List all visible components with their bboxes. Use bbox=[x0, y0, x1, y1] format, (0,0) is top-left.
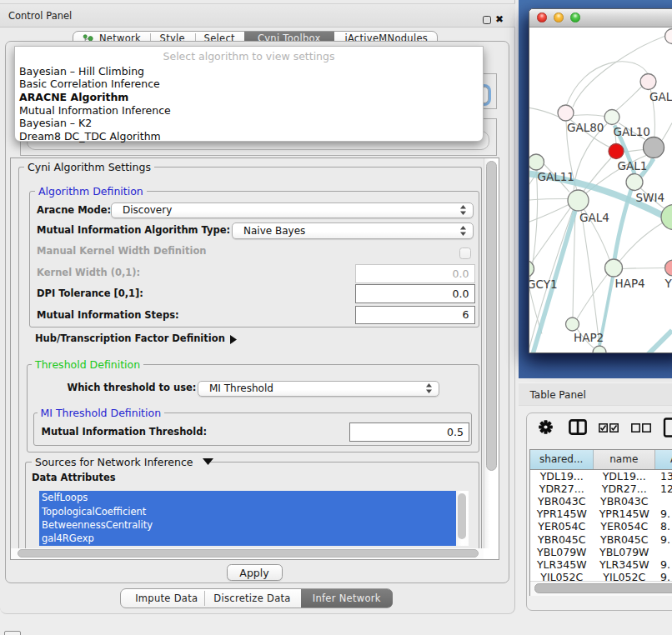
scrollbar-corner bbox=[484, 548, 499, 559]
settings-hscrollbar-thumb[interactable] bbox=[18, 549, 479, 558]
settings-vertical-scrollbar[interactable] bbox=[484, 158, 499, 548]
network-node[interactable] bbox=[626, 173, 643, 190]
dropdown-option[interactable]: Bayesian – Hill Climbing bbox=[19, 65, 144, 78]
minimized-panel-stub[interactable] bbox=[4, 631, 21, 635]
table-row[interactable]: YBL079WYBL079W bbox=[530, 546, 672, 558]
attribute-list-item[interactable]: TopologicalCoefficient bbox=[39, 504, 456, 518]
dropdown-option[interactable]: Bayesian – K2 bbox=[19, 117, 92, 129]
column-header-shared-name[interactable]: shared... bbox=[530, 450, 594, 470]
dropdown-option[interactable]: Mutual Information Inference bbox=[19, 104, 171, 117]
table-horizontal-scrollbar[interactable] bbox=[530, 581, 672, 596]
attribute-list-item[interactable]: SelfLoops bbox=[39, 491, 456, 504]
settings-vscrollbar-thumb[interactable] bbox=[486, 161, 497, 471]
float-window-icon[interactable] bbox=[483, 16, 491, 24]
mi-steps-field[interactable]: 6 bbox=[355, 306, 475, 325]
threshold-definition-title: Threshold Definition bbox=[32, 358, 143, 371]
apply-button[interactable]: Apply bbox=[227, 564, 283, 581]
tab-impute-data[interactable]: Impute Data bbox=[129, 589, 204, 608]
network-node[interactable] bbox=[661, 204, 672, 229]
network-node[interactable] bbox=[593, 346, 606, 352]
attribute-list-item[interactable]: BetweennessCentrality bbox=[39, 518, 456, 532]
network-node[interactable] bbox=[665, 28, 672, 43]
network-node[interactable] bbox=[604, 109, 619, 124]
table-hscrollbar-thumb[interactable] bbox=[534, 583, 672, 593]
sources-title: Sources for Network Inference bbox=[32, 456, 208, 468]
settings-horizontal-scrollbar[interactable] bbox=[11, 548, 486, 559]
network-edge bbox=[622, 268, 664, 268]
dropdown-option[interactable]: Dream8 DC_TDC Algorithm bbox=[19, 130, 161, 142]
which-threshold-combobox[interactable]: MI Threshold bbox=[198, 381, 439, 398]
network-node-label: HAP4 bbox=[615, 277, 645, 290]
aracne-mode-combobox[interactable]: Discovery bbox=[111, 202, 474, 219]
tab-infer-network[interactable]: Infer Network bbox=[301, 589, 394, 608]
kernel-width-label: Kernel Width (0,1): bbox=[37, 267, 140, 278]
column-header-partial[interactable]: A bbox=[655, 450, 672, 470]
data-attributes-list[interactable]: SelfLoopsTopologicalCoefficientBetweenne… bbox=[39, 491, 456, 546]
table-cell: YBR043C bbox=[530, 495, 594, 508]
mi-steps-value: 6 bbox=[463, 308, 469, 321]
checked-boxes-icon[interactable] bbox=[599, 423, 619, 432]
network-node-label: GAL10 bbox=[614, 124, 650, 138]
document-icon[interactable] bbox=[663, 418, 672, 438]
network-node[interactable] bbox=[529, 260, 534, 277]
dpi-tolerance-field[interactable]: 0.0 bbox=[355, 284, 475, 303]
table-cell: YER054C bbox=[594, 520, 656, 532]
gear-icon[interactable] bbox=[539, 420, 553, 434]
control-panel-window: Control Panel ✖ Network Style Select Cyn… bbox=[0, 0, 515, 614]
tab-discretize-data[interactable]: Discretize Data bbox=[204, 589, 301, 608]
network-canvas[interactable]: GAL2GAL80GAL10GAL1GAL11SWI4GAL4GCY1HAP4Y… bbox=[529, 28, 672, 352]
attribute-list-item[interactable]: gal4RGexp bbox=[39, 532, 456, 545]
table-row[interactable]: YBR043CYBR043C bbox=[530, 495, 672, 508]
network-node[interactable] bbox=[665, 260, 672, 276]
table-cell: YPR145W bbox=[530, 508, 594, 520]
network-node[interactable] bbox=[640, 73, 656, 89]
table-cell: 9. bbox=[655, 533, 672, 546]
table-cell: YLR345W bbox=[530, 558, 594, 571]
attributes-list-scrollbar[interactable] bbox=[456, 491, 469, 546]
mi-threshold-definition-title: MI Threshold Definition bbox=[38, 407, 165, 419]
network-node[interactable] bbox=[609, 143, 624, 158]
screen: Control Panel ✖ Network Style Select Cyn… bbox=[0, 0, 672, 635]
network-node[interactable] bbox=[566, 318, 579, 331]
network-node[interactable] bbox=[644, 137, 664, 158]
network-node[interactable] bbox=[558, 105, 574, 121]
table-cell: YPR145W bbox=[594, 508, 656, 520]
table-row[interactable]: YBR045CYBR045C9. bbox=[530, 533, 672, 546]
hub-transcription-label: Hub/Transcription Factor Definition bbox=[35, 332, 225, 344]
table-row[interactable]: YLR345WYLR345W9. bbox=[530, 558, 672, 571]
table-row[interactable]: YDL19...YDL19...13 bbox=[530, 470, 672, 482]
expand-right-icon[interactable] bbox=[229, 335, 237, 344]
which-threshold-label: Which threshold to use: bbox=[68, 382, 197, 393]
network-node[interactable] bbox=[605, 259, 623, 277]
collapse-down-icon[interactable] bbox=[203, 458, 213, 465]
manual-kernel-width-checkbox[interactable] bbox=[459, 248, 471, 259]
mi-algorithm-type-combobox[interactable]: Naive Bayes bbox=[232, 222, 474, 239]
node-table: shared... name A YDL19...YDL19...13YDR27… bbox=[529, 449, 672, 596]
dropdown-option[interactable]: ARACNE Algorithm bbox=[19, 91, 128, 103]
kernel-width-field[interactable]: 0.0 bbox=[355, 264, 475, 283]
network-edge bbox=[577, 273, 608, 318]
mi-threshold-field[interactable]: 0.5 bbox=[349, 422, 469, 442]
network-window-titlebar bbox=[529, 9, 672, 28]
table-cell: 12 bbox=[655, 482, 672, 495]
close-traffic-light-icon[interactable] bbox=[537, 12, 547, 22]
close-icon[interactable]: ✖ bbox=[495, 13, 507, 27]
table-cell bbox=[655, 495, 672, 508]
table-cell: YBR045C bbox=[594, 533, 656, 546]
network-graph: GAL2GAL80GAL10GAL1GAL11SWI4GAL4GCY1HAP4Y… bbox=[529, 28, 672, 352]
attributes-scrollbar-thumb[interactable] bbox=[458, 493, 466, 539]
network-node[interactable] bbox=[568, 190, 589, 211]
zoom-traffic-light-icon[interactable] bbox=[570, 12, 580, 22]
column-header-name[interactable]: name bbox=[594, 450, 656, 470]
network-node-label: GAL80 bbox=[567, 121, 604, 134]
network-node-label: SWI4 bbox=[636, 190, 665, 203]
table-row[interactable]: YER054CYER054C8. bbox=[530, 520, 672, 532]
split-table-icon[interactable] bbox=[569, 419, 587, 435]
network-node[interactable] bbox=[529, 154, 544, 170]
minimize-traffic-light-icon[interactable] bbox=[554, 12, 564, 22]
unchecked-boxes-icon[interactable] bbox=[631, 423, 652, 432]
table-row[interactable]: YDR27...YDR27...12 bbox=[530, 482, 672, 495]
dropdown-option[interactable]: Basic Correlation Inference bbox=[19, 78, 160, 90]
bottom-tabbar: Impute Data Discretize Data Infer Networ… bbox=[120, 588, 393, 608]
table-row[interactable]: YPR145WYPR145W9. bbox=[530, 508, 672, 520]
